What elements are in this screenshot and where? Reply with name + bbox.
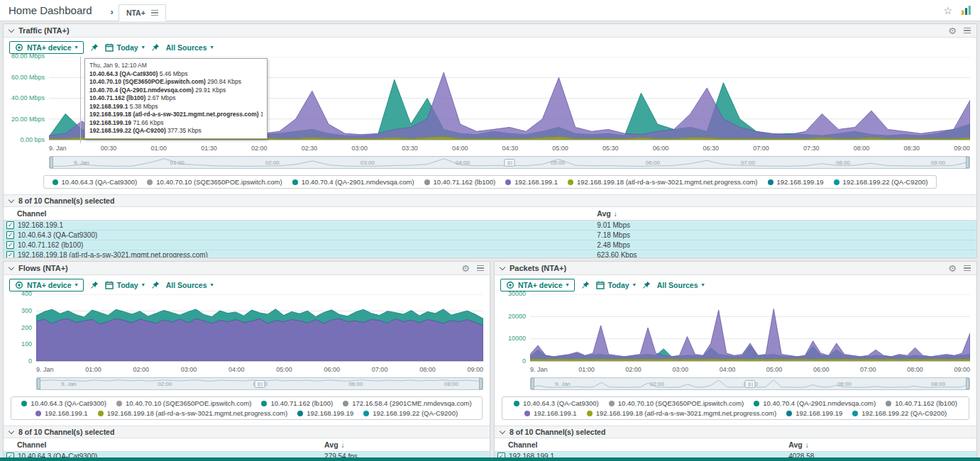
legend-item[interactable]: 10.40.64.3 (QA-Cat9300): [53, 178, 138, 186]
sort-desc-icon[interactable]: ↓: [614, 210, 617, 218]
device-filter-dropdown[interactable]: NTA+ device ▾: [500, 279, 575, 291]
traffic-panel-header: Traffic (NTA+) ⚙: [4, 24, 976, 38]
collapse-chevron-icon[interactable]: [500, 264, 505, 270]
collapse-chevron-icon[interactable]: [9, 264, 14, 270]
pin-icon[interactable]: [151, 43, 160, 52]
tab-menu-icon[interactable]: [151, 10, 158, 16]
time-filter-dropdown[interactable]: Today ▾: [596, 281, 636, 289]
legend-item[interactable]: 192.168.199.1: [505, 178, 558, 186]
channel-column-header[interactable]: Channel: [17, 440, 46, 449]
avg-column-header[interactable]: Avg: [324, 440, 338, 449]
pin-icon[interactable]: [90, 43, 99, 52]
sources-filter-dropdown[interactable]: All Sources ▾: [166, 43, 214, 52]
favorite-star-icon[interactable]: ☆: [943, 6, 952, 16]
sources-filter-dropdown[interactable]: All Sources ▾: [657, 281, 705, 289]
legend-item[interactable]: 10.40.70.10 (SQE3650POE.ipswitch.com): [147, 178, 282, 186]
collapse-chevron-icon[interactable]: [500, 428, 505, 433]
gear-icon[interactable]: ⚙: [948, 264, 957, 273]
packets-chart[interactable]: [530, 294, 970, 362]
time-range-brush[interactable]: 9. Jan01:0002:0003:0004:0005:0006:0007:0…: [49, 156, 970, 169]
brush-handle-right[interactable]: [966, 157, 969, 168]
legend-item[interactable]: 172.16.58.4 (2901CME.nmdevsqa.com): [343, 399, 471, 407]
tick-label: 9. Jan: [74, 160, 89, 166]
gear-icon[interactable]: ⚙: [461, 264, 470, 273]
time-range-brush[interactable]: 9. Jan02:0004:0006:0008:00: [36, 377, 483, 390]
collapse-chevron-icon[interactable]: [9, 428, 14, 433]
panel-menu-icon[interactable]: [964, 265, 971, 272]
brush-handle-left[interactable]: [531, 378, 534, 389]
table-row[interactable]: ✓10.40.71.162 (lb100)2.48 Mbps: [4, 240, 976, 250]
channel-checkbox[interactable]: ✓: [6, 241, 14, 249]
sources-filter-dropdown[interactable]: All Sources ▾: [166, 281, 214, 289]
time-range-brush[interactable]: 9. Jan02:0004:0006:0008:00: [530, 377, 970, 390]
panel-menu-icon[interactable]: [477, 265, 484, 272]
legend-dot-icon: [852, 411, 858, 416]
table-header: Channel Avg ↓: [495, 438, 976, 452]
legend-dot-icon: [424, 179, 430, 185]
legend-item[interactable]: 192.168.199.1: [524, 409, 577, 417]
collapse-chevron-icon[interactable]: [9, 26, 14, 32]
legend-item[interactable]: 192.168.199.22 (QA-C9200): [363, 409, 458, 417]
time-filter-dropdown[interactable]: Today ▾: [105, 43, 145, 52]
pin-icon[interactable]: [151, 281, 160, 289]
channel-name: 10.40.64.3 (QA-Cat9300): [18, 231, 97, 239]
breadcrumb-chevron-icon[interactable]: ›: [111, 6, 114, 17]
legend-item[interactable]: 192.168.199.22 (QA-C9200): [852, 409, 947, 417]
legend-item[interactable]: 10.40.64.3 (QA-Cat9300): [21, 399, 106, 407]
channel-column-header[interactable]: Channel: [508, 440, 537, 449]
legend-item[interactable]: 10.40.71.162 (lb100): [424, 178, 496, 186]
legend-item[interactable]: 192.168.199.18 (atl-rd-a-s-sw-3021.mgmt.…: [98, 409, 288, 417]
tick-label: 02:00: [133, 366, 150, 373]
brush-handle-center[interactable]: [745, 380, 756, 388]
legend-item[interactable]: 192.168.199.18 (atl-rd-a-s-sw-3021.mgmt.…: [568, 178, 758, 186]
legend-item[interactable]: 10.40.71.162 (lb100): [261, 399, 333, 407]
legend-item[interactable]: 192.168.199.19: [786, 409, 842, 417]
channel-checkbox[interactable]: ✓: [6, 251, 14, 258]
brush-handle-center[interactable]: [255, 380, 265, 388]
legend-item[interactable]: 192.168.199.19: [297, 409, 353, 417]
tick-label: 08:00: [444, 381, 458, 387]
tab-nta[interactable]: NTA+: [119, 4, 166, 21]
gear-icon[interactable]: ⚙: [948, 26, 957, 35]
brush-handle-left[interactable]: [50, 157, 53, 168]
pin-icon[interactable]: [581, 281, 590, 289]
dashboard-chart-icon[interactable]: [961, 5, 971, 16]
packets-panel-header: Packets (NTA+) ⚙: [495, 262, 976, 275]
legend-item[interactable]: 10.40.70.10 (SQE3650POE.ipswitch.com): [116, 399, 251, 407]
time-filter-dropdown[interactable]: Today ▾: [105, 281, 145, 289]
table-row[interactable]: ✓10.40.64.3 (QA-Cat9300)7.18 Mbps: [4, 230, 976, 240]
legend-item[interactable]: 10.40.64.3 (QA-Cat9300): [514, 399, 599, 407]
brush-handle-right[interactable]: [479, 378, 483, 389]
legend-item[interactable]: 10.40.70.4 (QA-2901.nmdevsqa.com): [754, 399, 876, 407]
channel-column-header[interactable]: Channel: [17, 209, 46, 218]
brush-handle-left[interactable]: [37, 378, 40, 389]
legend-dot-icon: [292, 179, 298, 185]
legend-item[interactable]: 10.40.71.162 (lb100): [886, 399, 957, 407]
pin-icon[interactable]: [642, 281, 651, 289]
sort-desc-icon[interactable]: ↓: [341, 441, 345, 449]
avg-column-header[interactable]: Avg: [597, 209, 610, 218]
channels-title: 8 of 10 Channel(s) selected: [510, 428, 605, 436]
legend-dot-icon: [261, 401, 267, 406]
sort-desc-icon[interactable]: ↓: [805, 441, 809, 449]
avg-column-header[interactable]: Avg: [788, 440, 802, 449]
channel-checkbox[interactable]: ✓: [6, 231, 14, 239]
legend-item[interactable]: 192.168.199.22 (QA-C9200): [834, 178, 928, 186]
tick-label: 9. Jan: [530, 366, 548, 373]
legend-item[interactable]: 10.40.70.4 (QA-2901.nmdevsqa.com): [292, 178, 414, 186]
legend-item[interactable]: 192.168.199.18 (atl-rd-a-s-sw-3021.mgmt.…: [587, 409, 777, 417]
channel-checkbox[interactable]: ✓: [6, 221, 14, 229]
flows-chart[interactable]: [36, 294, 483, 362]
brush-handle-center[interactable]: [505, 159, 515, 167]
table-row[interactable]: ✓192.168.199.19.01 Mbps: [4, 221, 976, 230]
legend-item[interactable]: 10.40.70.10 (SQE3650POE.ipswitch.com): [609, 399, 744, 407]
device-filter-dropdown[interactable]: NTA+ device ▾: [9, 279, 84, 291]
pin-icon[interactable]: [90, 281, 99, 289]
device-filter-dropdown[interactable]: NTA+ device ▾: [9, 41, 84, 54]
table-row[interactable]: ✓192.168.199.18 (atl-rd-a-s-sw-3021.mgmt…: [4, 250, 976, 258]
legend-item[interactable]: 192.168.199.19: [768, 178, 824, 186]
panel-menu-icon[interactable]: [964, 28, 971, 34]
brush-handle-right[interactable]: [966, 378, 969, 389]
legend-item[interactable]: 192.168.199.1: [35, 409, 88, 417]
collapse-chevron-icon[interactable]: [9, 196, 14, 202]
